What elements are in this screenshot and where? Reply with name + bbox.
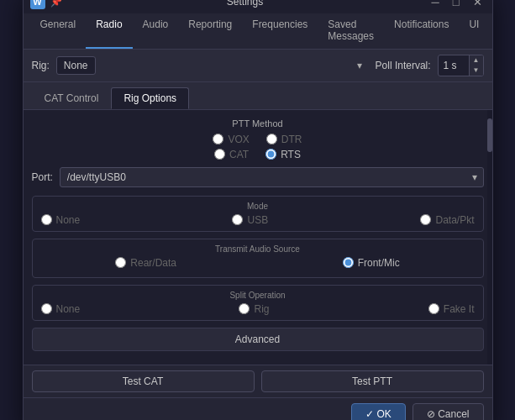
front-mic-label: Front/Mic [358, 257, 400, 269]
rig-select[interactable]: None [56, 56, 96, 75]
split-none-radio[interactable] [41, 303, 52, 314]
poll-interval-input[interactable] [439, 57, 469, 74]
dialog-footer: ✓ OK ⊘ Cancel [24, 397, 492, 420]
port-label: Port: [32, 171, 53, 183]
front-mic-radio[interactable] [343, 257, 354, 268]
mode-title: Mode [41, 202, 475, 211]
mode-usb-radio[interactable] [232, 214, 243, 225]
split-fakeit-group: Fake It [428, 303, 475, 315]
split-rig-group: Rig [239, 303, 269, 315]
poll-interval-input-wrapper: ▲ ▼ [438, 55, 484, 76]
sub-tabs: CAT Control Rig Options [24, 82, 492, 110]
cancel-button[interactable]: ⊘ Cancel [413, 403, 484, 420]
poll-spin-up[interactable]: ▲ [470, 55, 483, 66]
ptt-row-2: CAT RTS [32, 149, 484, 160]
split-operation-section: Split Operation None Rig Fake It [32, 285, 484, 321]
sub-tab-cat-control[interactable]: CAT Control [32, 87, 112, 109]
tab-audio[interactable]: Audio [133, 13, 179, 49]
content-area: PTT Method VOX DTR CAT RTS [24, 110, 492, 365]
scrollbar-track[interactable] [487, 110, 492, 365]
split-none-label: None [56, 303, 81, 315]
split-fakeit-label: Fake It [444, 303, 475, 315]
transmit-audio-row: Rear/Data Front/Mic [41, 257, 475, 269]
rts-radio[interactable] [265, 149, 276, 160]
test-ptt-button[interactable]: Test PTT [261, 370, 484, 392]
dtr-radio-group: DTR [266, 134, 302, 145]
maximize-button[interactable]: □ [449, 0, 463, 10]
tab-reporting[interactable]: Reporting [178, 13, 242, 49]
rear-data-radio[interactable] [115, 257, 126, 268]
split-operation-title: Split Operation [41, 291, 475, 300]
split-none-group: None [41, 303, 81, 315]
mode-datapkt-group: Data/Pkt [420, 214, 474, 226]
close-button[interactable]: ✕ [470, 0, 486, 10]
advanced-label: Advanced [235, 333, 280, 345]
split-rig-label: Rig [254, 303, 269, 315]
mode-none-label: None [56, 214, 81, 226]
mode-datapkt-radio[interactable] [420, 214, 431, 225]
port-select-wrapper: /dev/ttyUSB0 [60, 167, 484, 187]
cat-radio-group: CAT [214, 149, 249, 160]
rig-bar: Rig: None Poll Interval: ▲ ▼ [24, 50, 492, 81]
port-select[interactable]: /dev/ttyUSB0 [60, 167, 484, 187]
scrollbar-thumb[interactable] [487, 118, 492, 152]
tab-frequencies[interactable]: Frequencies [242, 13, 318, 49]
sub-tab-rig-options[interactable]: Rig Options [111, 87, 189, 109]
rig-select-wrapper: None [56, 56, 369, 75]
poll-interval-label: Poll Interval: [376, 60, 431, 71]
tab-ui[interactable]: UI [459, 13, 489, 49]
main-tabs: General Radio Audio Reporting Frequencie… [24, 13, 492, 50]
split-radio-row: None Rig Fake It [41, 303, 475, 315]
vox-radio-group: VOX [213, 134, 249, 145]
titlebar: W 📌 Settings ─ □ ✕ [24, 0, 492, 13]
front-mic-group: Front/Mic [343, 257, 400, 269]
advanced-bar[interactable]: Advanced [32, 328, 484, 351]
transmit-audio-title: Transmit Audio Source [41, 244, 475, 254]
split-fakeit-radio[interactable] [428, 303, 439, 314]
titlebar-controls: ─ □ ✕ [428, 0, 485, 10]
rear-data-group: Rear/Data [115, 257, 176, 269]
dtr-label: DTR [281, 134, 302, 145]
mode-usb-group: USB [232, 214, 268, 226]
mode-radio-row: None USB Data/Pkt [41, 214, 475, 226]
vox-label: VOX [228, 134, 249, 145]
titlebar-left: W 📌 [30, 0, 62, 9]
tab-general[interactable]: General [30, 13, 87, 49]
settings-window: W 📌 Settings ─ □ ✕ General Radio Audio R… [23, 0, 493, 420]
transmit-audio-section: Transmit Audio Source Rear/Data Front/Mi… [32, 239, 484, 278]
rig-label: Rig: [32, 60, 50, 71]
test-cat-button[interactable]: Test CAT [32, 370, 255, 392]
tab-radio[interactable]: Radio [86, 13, 132, 49]
ptt-row-1: VOX DTR [32, 134, 484, 145]
vox-radio[interactable] [213, 134, 223, 144]
poll-spin-down[interactable]: ▼ [470, 66, 483, 76]
pin-icon: 📌 [50, 0, 62, 8]
tab-notifications[interactable]: Notifications [384, 13, 459, 49]
port-row: Port: /dev/ttyUSB0 [32, 167, 484, 187]
ptt-method-title: PTT Method [32, 118, 484, 129]
mode-none-radio[interactable] [41, 214, 52, 225]
rts-label: RTS [281, 149, 301, 160]
ok-button[interactable]: ✓ OK [351, 403, 406, 420]
mode-none-group: None [41, 214, 81, 226]
rts-radio-group: RTS [265, 149, 301, 160]
cat-radio[interactable] [214, 149, 225, 160]
rear-data-label: Rear/Data [130, 257, 176, 269]
minimize-button[interactable]: ─ [428, 0, 442, 10]
tab-saved-messages[interactable]: Saved Messages [318, 13, 384, 49]
poll-interval-spinner: ▲ ▼ [469, 55, 483, 75]
dtr-radio[interactable] [266, 134, 277, 144]
cat-label: CAT [229, 149, 249, 160]
split-rig-radio[interactable] [239, 303, 250, 314]
mode-usb-label: USB [247, 214, 268, 226]
app-icon: W [30, 0, 45, 9]
mode-section: Mode None USB Data/Pkt [32, 196, 484, 232]
ptt-method-section: PTT Method VOX DTR CAT RTS [32, 118, 484, 160]
test-buttons-bar: Test CAT Test PTT [24, 365, 492, 397]
mode-datapkt-label: Data/Pkt [435, 214, 474, 226]
window-title: Settings [62, 0, 428, 8]
